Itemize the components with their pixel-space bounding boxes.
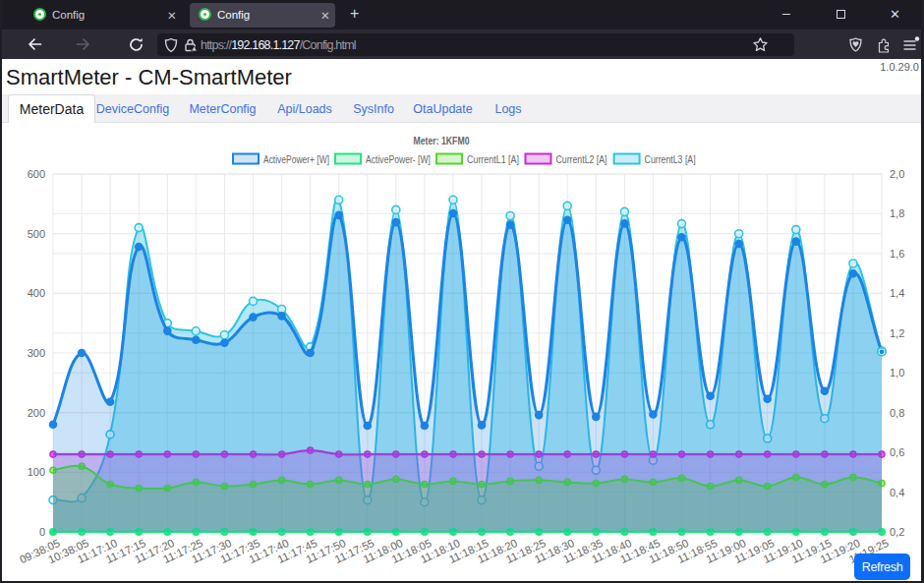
svg-text:CurrentL3 [A]: CurrentL3 [A] — [645, 153, 696, 165]
svg-text:1,4: 1,4 — [890, 287, 904, 299]
svg-text:CurrentL1 [A]: CurrentL1 [A] — [467, 153, 519, 165]
svg-text:600: 600 — [28, 168, 45, 180]
svg-text:400: 400 — [28, 287, 45, 299]
svg-text:500: 500 — [28, 228, 45, 240]
svg-text:1,2: 1,2 — [890, 327, 904, 339]
svg-text:0,6: 0,6 — [890, 446, 904, 458]
svg-text:100: 100 — [28, 466, 45, 478]
svg-text:1,6: 1,6 — [890, 248, 904, 260]
svg-text:1,8: 1,8 — [890, 207, 904, 219]
svg-text:200: 200 — [28, 407, 45, 419]
svg-text:2,0: 2,0 — [890, 168, 904, 180]
svg-text:0: 0 — [39, 526, 45, 538]
svg-text:Meter: 1KFM0: Meter: 1KFM0 — [414, 135, 470, 146]
svg-text:300: 300 — [28, 347, 45, 359]
svg-text:1,0: 1,0 — [890, 367, 904, 379]
svg-text:ActivePower+ [W]: ActivePower+ [W] — [263, 153, 329, 165]
svg-text:CurrentL2 [A]: CurrentL2 [A] — [556, 153, 607, 165]
svg-text:ActivePower- [W]: ActivePower- [W] — [366, 153, 431, 165]
svg-text:0,2: 0,2 — [890, 526, 904, 538]
svg-text:0,8: 0,8 — [890, 407, 904, 419]
svg-text:0,4: 0,4 — [890, 487, 904, 498]
